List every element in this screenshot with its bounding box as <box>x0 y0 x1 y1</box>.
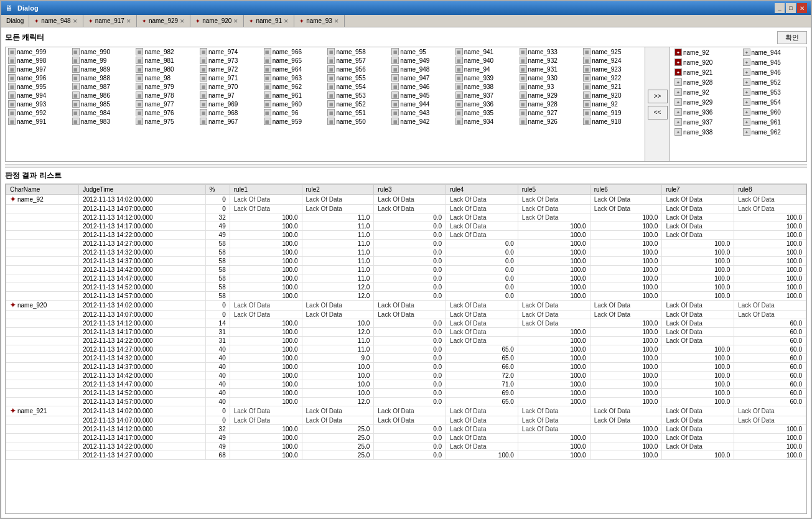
char-item-name_96[interactable]: ▦name_96 <box>261 108 325 117</box>
char-item-name_988[interactable]: ▦name_988 <box>70 73 134 82</box>
char-item-name_948[interactable]: ▦name_948 <box>389 65 453 73</box>
char-item-name_918[interactable]: ▦name_918 <box>581 117 645 126</box>
char-item-name_939[interactable]: ▦name_939 <box>453 73 517 82</box>
char-item-name_952[interactable]: ▦name_952 <box>325 100 389 108</box>
char-item-name_964[interactable]: ▦name_964 <box>261 65 325 73</box>
tab-5-close[interactable]: ✕ <box>284 18 289 24</box>
char-item-name_969[interactable]: ▦name_969 <box>197 100 261 108</box>
char-item-name_926[interactable]: ▦name_926 <box>517 117 581 126</box>
char-item-name_935[interactable]: ▦name_935 <box>453 108 517 117</box>
char-item-name_940[interactable]: ▦name_940 <box>453 56 517 65</box>
char-item-name_971[interactable]: ▦name_971 <box>197 73 261 82</box>
tab-1-close[interactable]: ✕ <box>73 18 78 24</box>
selected-char-name_954[interactable]: ✦name_954 <box>739 97 807 107</box>
tab-3-close[interactable]: ✕ <box>180 18 185 24</box>
char-item-name_989[interactable]: ▦name_989 <box>70 65 134 73</box>
selected-char-name_944[interactable]: ✦name_944 <box>739 47 807 57</box>
char-item-name_919[interactable]: ▦name_919 <box>581 108 645 117</box>
char-item-name_942[interactable]: ▦name_942 <box>389 117 453 126</box>
close-x-button[interactable]: ✕ <box>797 3 807 13</box>
selected-char-name_938[interactable]: ✦name_938 <box>670 127 739 137</box>
char-item-name_957[interactable]: ▦name_957 <box>325 56 389 65</box>
char-item-name_944[interactable]: ▦name_944 <box>389 100 453 108</box>
result-table-container[interactable]: CharNameJudgeTime%rule1rule2rule3rule4ru… <box>5 184 807 514</box>
selected-char-name_946[interactable]: ✦name_946 <box>739 67 807 77</box>
close-button[interactable]: _ <box>775 3 785 13</box>
tab-3[interactable]: ✦ name_929 ✕ <box>137 15 190 27</box>
char-item-name_975[interactable]: ▦name_975 <box>133 117 197 126</box>
selected-char-name_961[interactable]: ✦name_961 <box>739 117 807 127</box>
char-item-name_947[interactable]: ▦name_947 <box>389 73 453 82</box>
char-item-name_950[interactable]: ▦name_950 <box>325 117 389 126</box>
char-item-name_972[interactable]: ▦name_972 <box>197 65 261 73</box>
char-item-name_992[interactable]: ▦name_992 <box>6 108 70 117</box>
tab-6[interactable]: ✦ name_93 ✕ <box>294 15 345 27</box>
char-item-name_977[interactable]: ▦name_977 <box>133 100 197 108</box>
char-item-name_990[interactable]: ▦name_990 <box>70 47 134 56</box>
selected-char-name_937[interactable]: ✦name_937 <box>670 117 739 127</box>
tab-6-close[interactable]: ✕ <box>334 18 339 24</box>
selected-char-name_962[interactable]: ✦name_962 <box>739 127 807 137</box>
char-item-name_976[interactable]: ▦name_976 <box>133 108 197 117</box>
selected-char-name_92[interactable]: ✦name_92 <box>670 87 739 97</box>
confirm-button[interactable]: 확인 <box>777 31 807 44</box>
char-grid-right[interactable]: ✦name_92✦name_944✦name_920✦name_945✦name… <box>670 47 806 161</box>
char-item-name_955[interactable]: ▦name_955 <box>325 73 389 82</box>
char-item-name_923[interactable]: ▦name_923 <box>581 65 645 73</box>
char-item-name_973[interactable]: ▦name_973 <box>197 56 261 65</box>
char-item-name_958[interactable]: ▦name_958 <box>325 47 389 56</box>
char-item-name_95[interactable]: ▦name_95 <box>389 47 453 56</box>
selected-char-name_953[interactable]: ✦name_953 <box>739 87 807 97</box>
selected-char-name_936[interactable]: ✦name_936 <box>670 107 739 117</box>
tab-2[interactable]: ✦ name_917 ✕ <box>83 15 137 27</box>
char-item-name_993[interactable]: ▦name_993 <box>6 100 70 108</box>
char-item-name_960[interactable]: ▦name_960 <box>261 100 325 108</box>
char-item-name_981[interactable]: ▦name_981 <box>133 56 197 65</box>
char-item-name_980[interactable]: ▦name_980 <box>133 65 197 73</box>
selected-char-name_929[interactable]: ✦name_929 <box>670 97 739 107</box>
tab-1[interactable]: ✦ name_948 ✕ <box>29 15 83 27</box>
char-item-name_974[interactable]: ▦name_974 <box>197 47 261 56</box>
char-item-name_982[interactable]: ▦name_982 <box>133 47 197 56</box>
tab-4[interactable]: ✦ name_920 ✕ <box>190 15 244 27</box>
char-item-name_970[interactable]: ▦name_970 <box>197 82 261 91</box>
char-item-name_934[interactable]: ▦name_934 <box>453 117 517 126</box>
forward-button[interactable]: >> <box>648 90 668 103</box>
char-item-name_941[interactable]: ▦name_941 <box>453 47 517 56</box>
char-item-name_949[interactable]: ▦name_949 <box>389 56 453 65</box>
char-item-name_979[interactable]: ▦name_979 <box>133 82 197 91</box>
char-item-name_945[interactable]: ▦name_945 <box>389 91 453 100</box>
char-item-name_99[interactable]: ▦name_99 <box>70 56 134 65</box>
selected-char-name_928[interactable]: ✦name_928 <box>670 77 739 87</box>
char-item-name_929[interactable]: ▦name_929 <box>517 91 581 100</box>
char-item-name_954[interactable]: ▦name_954 <box>325 82 389 91</box>
tab-2-close[interactable]: ✕ <box>126 18 131 24</box>
char-item-name_997[interactable]: ▦name_997 <box>6 65 70 73</box>
char-item-name_956[interactable]: ▦name_956 <box>325 65 389 73</box>
char-item-name_920[interactable]: ▦name_920 <box>581 91 645 100</box>
char-item-name_936[interactable]: ▦name_936 <box>453 100 517 108</box>
char-item-name_961[interactable]: ▦name_961 <box>261 91 325 100</box>
char-item-name_966[interactable]: ▦name_966 <box>261 47 325 56</box>
char-item-name_931[interactable]: ▦name_931 <box>517 65 581 73</box>
char-item-name_928[interactable]: ▦name_928 <box>517 100 581 108</box>
char-grid-left[interactable]: ▦name_999▦name_990▦name_982▦name_974▦nam… <box>6 47 645 161</box>
char-item-name_951[interactable]: ▦name_951 <box>325 108 389 117</box>
char-item-name_965[interactable]: ▦name_965 <box>261 56 325 65</box>
char-item-name_986[interactable]: ▦name_986 <box>70 91 134 100</box>
char-item-name_938[interactable]: ▦name_938 <box>453 82 517 91</box>
char-item-name_962[interactable]: ▦name_962 <box>261 82 325 91</box>
selected-char-name_952[interactable]: ✦name_952 <box>739 77 807 87</box>
maximize-button[interactable]: □ <box>786 3 796 13</box>
char-item-name_93[interactable]: ▦name_93 <box>517 82 581 91</box>
selected-char-name_921[interactable]: ✦name_921 <box>670 67 739 77</box>
back-button[interactable]: << <box>648 106 668 119</box>
char-item-name_978[interactable]: ▦name_978 <box>133 91 197 100</box>
tab-dialog[interactable]: Dialog <box>1 15 29 27</box>
char-item-name_967[interactable]: ▦name_967 <box>197 117 261 126</box>
char-item-name_998[interactable]: ▦name_998 <box>6 56 70 65</box>
char-item-name_94[interactable]: ▦name_94 <box>453 65 517 73</box>
selected-char-name_945[interactable]: ✦name_945 <box>739 57 807 67</box>
char-item-name_932[interactable]: ▦name_932 <box>517 56 581 65</box>
char-item-name_959[interactable]: ▦name_959 <box>261 117 325 126</box>
